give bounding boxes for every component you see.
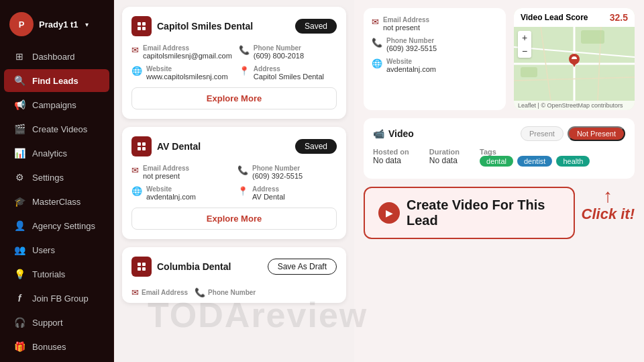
lead-website: 🌐 Website avdentalnj.com (131, 185, 231, 201)
score-value: 32.5 (610, 12, 628, 23)
sidebar-item-dashboard[interactable]: ⊞ Dashboard (4, 45, 109, 68)
map-zoom-controls[interactable]: + − (518, 31, 531, 58)
user-menu[interactable]: P Prady1 t1 ▾ (0, 7, 113, 44)
lead-name: Columbia Dental (157, 261, 231, 272)
lead-title-row: AV Dental (131, 136, 201, 156)
sidebar-item-label: Users (32, 245, 55, 255)
lead-title-row: Capitol Smiles Dental (131, 16, 253, 36)
sidebar-item-campaigns[interactable]: 📢 Campaigns (4, 93, 109, 116)
tag-dental: dental (480, 156, 513, 167)
lead-card-header: AV Dental Saved (131, 136, 337, 156)
sidebar-item-support[interactable]: 🎧 Support (4, 311, 109, 334)
lead-card-capitol-smiles: Capitol Smiles Dental Saved ✉ Email Addr… (122, 7, 346, 119)
sidebar-item-label: Support (32, 318, 63, 328)
tutorials-icon: 💡 (13, 269, 25, 279)
lead-title-row: Columbia Dental (131, 257, 231, 277)
create-video-cta[interactable]: ▶ Create Video For This Lead (364, 187, 575, 239)
sidebar-item-users[interactable]: 👥 Users (4, 238, 109, 261)
click-label: Click it! (582, 206, 635, 223)
hosted-on: Hosted on No data (373, 148, 409, 167)
sidebar-item-label: Tutorials (32, 269, 65, 279)
not-present-badge[interactable]: Not Present (568, 126, 625, 141)
website-icon: 🌐 (131, 186, 142, 196)
svg-rect-7 (142, 147, 146, 150)
sidebar-item-settings[interactable]: ⚙ Settings (4, 166, 109, 189)
sidebar-item-create-videos[interactable]: 🎬 Create Videos (4, 118, 109, 140)
zoom-out-button[interactable]: − (518, 44, 531, 58)
duration: Duration No data (429, 148, 460, 167)
zoom-in-button[interactable]: + (518, 31, 531, 44)
svg-rect-8 (138, 263, 141, 266)
bonuses-icon: 🎁 (13, 341, 25, 352)
users-icon: 👥 (13, 244, 25, 255)
email-icon: ✉ (131, 45, 139, 55)
dashboard-icon: ⊞ (13, 51, 25, 62)
lead-card-av-dental: AV Dental Saved ✉ Email Address not pres… (122, 127, 346, 239)
phone-icon: 📞 (239, 45, 250, 55)
fb-icon: f (13, 293, 25, 304)
sidebar-item-bonuses[interactable]: 🎁 Bonuses (4, 335, 109, 358)
sidebar-item-tutorials[interactable]: 💡 Tutorials (4, 263, 109, 285)
lead-address: 📍 Address Capitol Smiles Dental (239, 65, 337, 81)
svg-rect-5 (142, 142, 146, 146)
sidebar-item-join-fb[interactable]: f Join FB Group (4, 287, 109, 310)
sidebar-item-agency-settings[interactable]: 👤 Agency Settings (4, 214, 109, 237)
explore-more-button-capitol[interactable]: Explore More (131, 87, 337, 109)
lead-icon (131, 136, 152, 156)
phone-icon: 📞 (372, 38, 382, 48)
explore-more-button-av[interactable]: Explore More (131, 208, 337, 230)
play-icon: ▶ (378, 202, 400, 224)
lead-email: ✉ Email Address capitolsmilesnj@gmail.co… (131, 44, 232, 60)
tag-health: health (556, 156, 590, 167)
masterclass-icon: 🎓 (13, 196, 25, 207)
svg-rect-4 (138, 142, 141, 146)
saved-button[interactable]: Saved (295, 139, 337, 154)
saved-button[interactable]: Saved (295, 19, 337, 34)
map-image[interactable]: + − (514, 27, 635, 101)
svg-rect-10 (138, 267, 141, 271)
sidebar: P Prady1 t1 ▾ ⊞ Dashboard 🔍 Find Leads 📢… (0, 0, 114, 362)
sidebar-item-label: Join FB Group (32, 293, 89, 304)
detail-top-row: ✉ Email Address not present 📞 Phone Numb… (364, 8, 635, 110)
lead-info-grid: ✉ Email Address not present 📞 Phone Numb… (131, 165, 337, 201)
cta-label: Create Video For This Lead (407, 197, 560, 228)
lead-card-header: Capitol Smiles Dental Saved (131, 16, 337, 36)
detail-phone: 📞 Phone Number (609) 392-5515 (372, 37, 498, 52)
svg-rect-20 (521, 67, 537, 77)
tags: Tags dental dentist health (480, 148, 590, 167)
find-leads-icon: 🔍 (13, 75, 25, 86)
lead-phone: 📞 Phone Number (609) 392-5515 (237, 165, 337, 180)
caret-icon: ▾ (85, 21, 89, 28)
lead-card-columbia: Columbia Dental Save As Draft ✉ Email Ad… (122, 247, 346, 303)
video-title: 📹 Video (373, 128, 414, 139)
lead-icon (131, 16, 152, 36)
create-videos-icon: 🎬 (13, 124, 25, 134)
detail-panel: ✉ Email Address not present 📞 Phone Numb… (354, 0, 644, 362)
save-draft-button[interactable]: Save As Draft (268, 259, 337, 275)
analytics-icon: 📊 (13, 148, 25, 159)
sidebar-item-find-leads[interactable]: 🔍 Find Leads (4, 69, 109, 92)
detail-email: ✉ Email Address not present (372, 16, 498, 32)
sidebar-item-label: Find Leads (32, 76, 78, 86)
present-badge[interactable]: Present (521, 126, 564, 141)
svg-rect-1 (142, 22, 146, 26)
sidebar-item-label: Campaigns (32, 100, 76, 110)
sidebar-item-analytics[interactable]: 📊 Analytics (4, 142, 109, 165)
address-icon: 📍 (239, 66, 250, 76)
map-box: Video Lead Score 32.5 (514, 8, 635, 110)
score-label: Video Lead Score (521, 13, 588, 22)
detail-website: 🌐 Website avdentalnj.com (372, 58, 498, 73)
click-annotation: ↑ Click it! (582, 187, 635, 223)
email-icon: ✉ (131, 165, 139, 175)
svg-rect-0 (138, 22, 141, 26)
sidebar-item-masterclass[interactable]: 🎓 MasterClass (4, 190, 109, 213)
video-icon: 📹 (373, 128, 384, 139)
leads-panel: Capitol Smiles Dental Saved ✉ Email Addr… (114, 0, 354, 362)
agency-settings-icon: 👤 (13, 220, 25, 231)
video-tags: dental dentist health (480, 156, 590, 167)
video-section-header: 📹 Video Present Not Present (373, 126, 625, 141)
video-badges: Present Not Present (521, 126, 625, 141)
phone-icon: 📞 (237, 165, 248, 175)
website-icon: 🌐 (131, 66, 142, 76)
sidebar-item-label: MasterClass (32, 197, 80, 207)
